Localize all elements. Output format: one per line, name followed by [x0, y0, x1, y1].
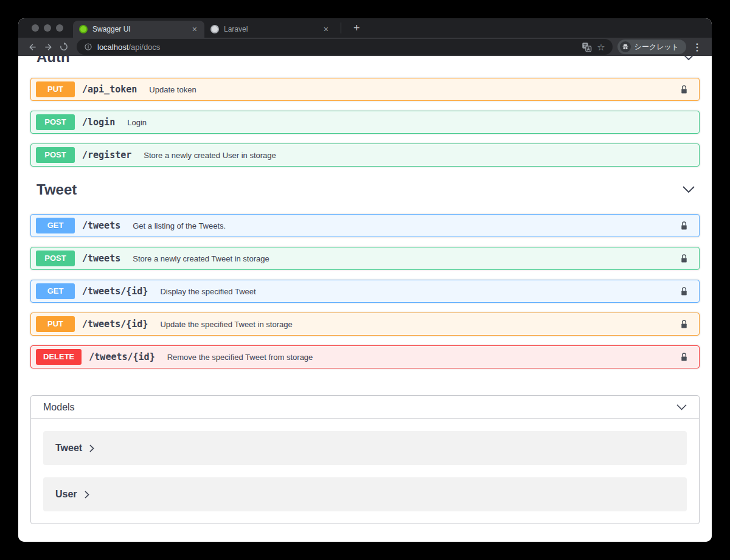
tab-label: Laravel [224, 25, 318, 33]
operation-delete-tweets-id[interactable]: DELETE /tweets/{id} Remove the specified… [30, 345, 700, 368]
laravel-favicon-icon [210, 25, 219, 33]
operation-description: Remove the specified Tweet from storage [167, 353, 313, 362]
models-title: Models [43, 402, 75, 413]
operation-path: /tweets/{id} [82, 319, 148, 330]
method-badge: GET [36, 218, 75, 233]
operation-description: Update the specified Tweet in storage [160, 320, 292, 329]
section-auth-header[interactable]: Auth [30, 56, 700, 71]
incognito-icon [620, 41, 631, 52]
profile-label: シークレット [634, 42, 679, 52]
operation-description: Store a newly created User in storage [144, 151, 276, 160]
zoom-window-button[interactable] [56, 24, 63, 32]
reload-icon [59, 42, 69, 52]
auth-lock-button[interactable] [680, 352, 688, 362]
operation-post-login[interactable]: POST /login Login [30, 111, 700, 134]
method-badge: POST [36, 251, 75, 266]
operation-put-api_token[interactable]: PUT /api_token Update token [30, 78, 700, 101]
auth-lock-button[interactable] [680, 221, 688, 231]
new-tab-button[interactable]: + [346, 22, 367, 35]
method-badge: POST [36, 147, 75, 163]
operation-put-tweets-id[interactable]: PUT /tweets/{id} Update the specified Tw… [30, 313, 700, 336]
auth-lock-button[interactable] [680, 319, 688, 330]
browser-toolbar: localhost/api/docs ☆ シークレット ⋮ [18, 38, 712, 56]
url-host: localhost [97, 43, 128, 52]
tab-strip: Swagger UI × Laravel × + [18, 18, 712, 38]
chevron-down-icon[interactable] [683, 186, 695, 193]
operation-path: /tweets [82, 220, 120, 231]
chevron-down-icon[interactable] [676, 404, 687, 410]
window-controls [32, 24, 63, 32]
lock-icon [680, 319, 688, 330]
operation-description: Update token [149, 85, 196, 94]
auth-lock-button[interactable] [680, 85, 688, 95]
tab-swagger-ui[interactable]: Swagger UI × [73, 21, 204, 38]
operation-post-tweets[interactable]: POST /tweets Store a newly created Tweet… [30, 247, 700, 270]
models-body: Tweet User [31, 419, 699, 524]
lock-icon [680, 352, 688, 362]
minimize-window-button[interactable] [44, 24, 51, 32]
operation-get-tweets-id[interactable]: GET /tweets/{id} Display the specified T… [30, 280, 700, 303]
models-panel: Models Tweet User [30, 395, 700, 524]
url-text[interactable]: localhost/api/docs [97, 43, 160, 52]
method-badge: PUT [36, 316, 75, 332]
operation-path: /tweets [82, 253, 120, 264]
close-tab-icon[interactable]: × [191, 24, 198, 34]
operation-get-tweets[interactable]: GET /tweets Get a listing of the Tweets. [30, 214, 700, 237]
chevron-down-icon[interactable] [683, 56, 695, 61]
operation-path: /tweets/{id} [82, 286, 148, 297]
close-window-button[interactable] [32, 24, 39, 32]
incognito-profile-chip[interactable]: シークレット [617, 40, 686, 54]
back-arrow-icon [27, 42, 38, 52]
browser-window: Swagger UI × Laravel × + localhost/api/d… [18, 18, 712, 542]
browser-menu-icon[interactable]: ⋮ [686, 41, 706, 53]
model-row-user[interactable]: User [43, 477, 687, 511]
method-badge: PUT [36, 81, 75, 97]
method-badge: DELETE [36, 349, 82, 365]
address-bar[interactable]: localhost/api/docs ☆ [77, 39, 613, 55]
tab-label: Swagger UI [92, 25, 186, 33]
reload-button[interactable] [56, 39, 72, 55]
swagger-favicon-icon [79, 25, 88, 33]
operation-path: /login [82, 117, 115, 128]
operation-path: /api_token [82, 84, 137, 95]
auth-lock-button[interactable] [680, 286, 688, 297]
operation-description: Login [127, 118, 147, 127]
bookmark-star-icon[interactable]: ☆ [597, 43, 605, 52]
auth-lock-button[interactable] [680, 254, 688, 264]
operation-description: Get a listing of the Tweets. [133, 221, 226, 230]
models-header[interactable]: Models [31, 396, 699, 419]
swagger-page: Auth PUT /api_token Update token POST /l… [18, 56, 712, 542]
operation-path: /register [82, 150, 131, 161]
back-button[interactable] [24, 39, 40, 55]
operation-description: Store a newly created Tweet in storage [133, 254, 269, 263]
lock-icon [680, 85, 688, 95]
lock-icon [680, 286, 688, 297]
method-badge: GET [36, 283, 75, 299]
lock-icon [680, 254, 688, 264]
chevron-right-icon [85, 491, 89, 499]
page-info-icon[interactable] [84, 43, 92, 51]
section-title: Tweet [36, 181, 77, 198]
method-badge: POST [36, 114, 75, 130]
model-name: Tweet [55, 443, 82, 454]
operation-description: Display the specified Tweet [160, 287, 255, 296]
lock-icon [680, 221, 688, 231]
translate-icon[interactable] [582, 42, 592, 52]
section-title: Auth [36, 56, 70, 66]
url-path: /api/docs [128, 43, 160, 52]
operation-path: /tweets/{id} [89, 351, 155, 362]
chevron-right-icon [89, 444, 94, 452]
model-name: User [55, 489, 77, 500]
close-tab-icon[interactable]: × [322, 24, 330, 34]
tab-laravel[interactable]: Laravel × [204, 21, 336, 38]
operation-post-register[interactable]: POST /register Store a newly created Use… [30, 143, 700, 167]
model-row-tweet[interactable]: Tweet [43, 431, 687, 465]
section-tweet-header[interactable]: Tweet [30, 176, 700, 203]
tab-divider [341, 22, 341, 33]
forward-arrow-icon [43, 42, 54, 52]
forward-button[interactable] [40, 39, 56, 55]
